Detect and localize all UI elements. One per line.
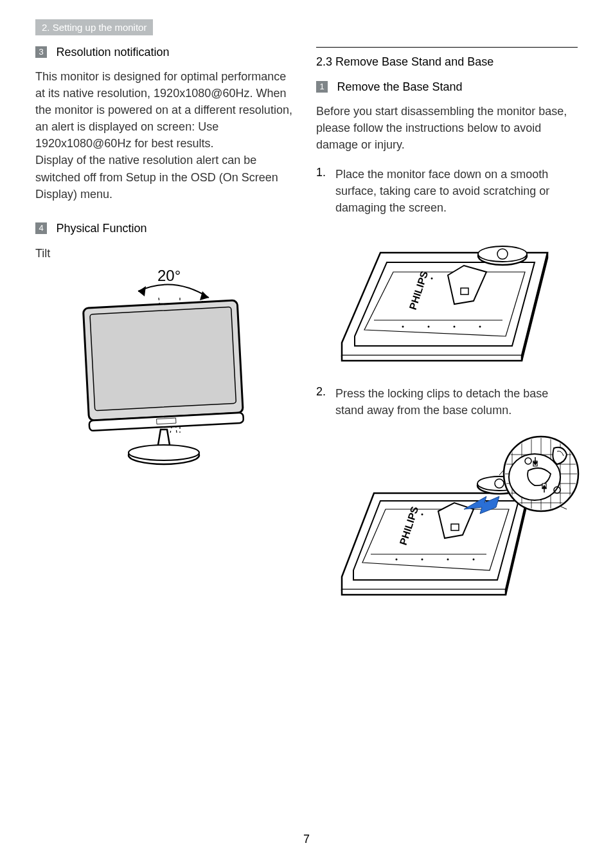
page-number: 7 [0,833,613,846]
subsection-1-header: 1 Remove the Base Stand [316,80,578,94]
chapter-header: 2. Setting up the monitor [35,19,153,35]
section-number-box: 4 [35,222,47,234]
section-rule [316,47,578,48]
svg-point-11 [402,325,404,327]
section-number-box: 1 [316,81,328,93]
detach-base-diagram: PHILIPS [335,429,580,609]
tilt-diagram: 20° -5° [67,266,260,471]
subsection-intro: Before you start disassembling the monit… [316,103,578,153]
section-number-box: 3 [35,46,47,58]
section-title: Physical Function [56,222,147,235]
svg-point-10 [129,445,199,460]
svg-point-24 [473,558,475,560]
list-item: 1. Place the monitor face down on a smoo… [316,166,578,216]
list-item: 2. Press the locking clips to detach the… [316,385,578,419]
svg-point-12 [428,325,430,327]
steps-list-2: 2. Press the locking clips to detach the… [316,385,578,419]
content-columns: 3 Resolution notification This monitor i… [35,46,578,626]
svg-point-25 [422,513,423,515]
section-4-header: 4 Physical Function [35,222,297,235]
subsection-title: Remove the Base Stand [337,80,462,94]
face-down-diagram: PHILIPS [335,227,554,368]
tilt-forward-label: 20° [157,267,181,284]
section-3-body: This monitor is designed for optimal per… [35,68,297,203]
right-column: 2.3 Remove Base Stand and Base 1 Remove … [316,46,578,626]
section-2-3-heading: 2.3 Remove Base Stand and Base [316,55,578,69]
svg-point-13 [454,325,456,327]
svg-point-15 [431,277,433,279]
section-title: Resolution notification [56,46,169,59]
svg-marker-1 [138,286,146,296]
step-number: 2. [316,385,335,419]
step-text: Place the monitor face down on a smooth … [335,166,578,216]
tilt-label: Tilt [35,247,297,260]
svg-point-21 [396,558,398,560]
section-3-header: 3 Resolution notification [35,46,297,59]
step-number: 1. [316,166,335,216]
steps-list: 1. Place the monitor face down on a smoo… [316,166,578,216]
page: 2. Setting up the monitor 3 Resolution n… [0,0,613,868]
svg-rect-6 [90,307,236,410]
svg-point-22 [422,558,423,560]
left-column: 3 Resolution notification This monitor i… [35,46,297,626]
svg-point-23 [447,558,449,560]
svg-point-14 [479,325,481,327]
step-text: Press the locking clips to detach the ba… [335,385,578,419]
